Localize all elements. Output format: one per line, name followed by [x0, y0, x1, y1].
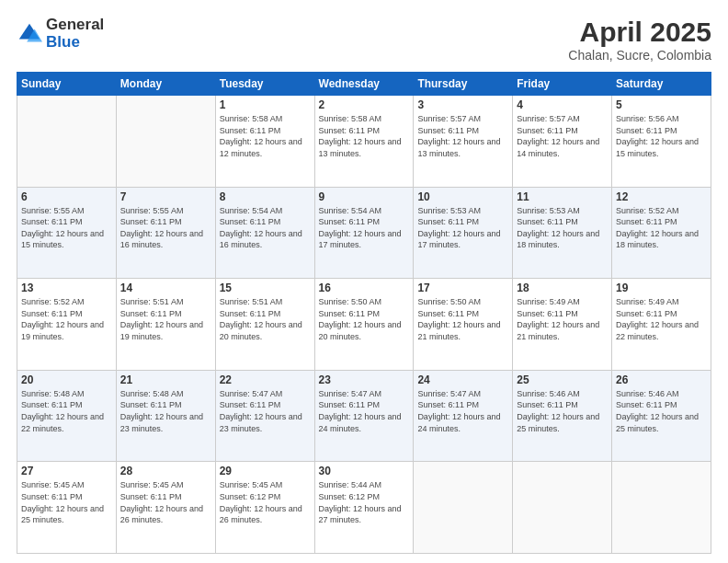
day-info: Sunrise: 5:50 AM Sunset: 6:11 PM Dayligh… [319, 296, 410, 342]
day-number: 21 [120, 373, 211, 386]
day-info: Sunrise: 5:45 AM Sunset: 6:12 PM Dayligh… [220, 479, 311, 525]
day-info: Sunrise: 5:53 AM Sunset: 6:11 PM Dayligh… [517, 205, 608, 251]
table-row: 4Sunrise: 5:57 AM Sunset: 6:11 PM Daylig… [513, 96, 612, 188]
day-number: 18 [517, 282, 608, 294]
logo-text: General Blue [46, 17, 104, 51]
table-row: 19Sunrise: 5:49 AM Sunset: 6:11 PM Dayli… [612, 279, 711, 371]
day-number: 20 [21, 373, 112, 386]
day-info: Sunrise: 5:58 AM Sunset: 6:11 PM Dayligh… [319, 113, 410, 159]
table-row: 13Sunrise: 5:52 AM Sunset: 6:11 PM Dayli… [17, 279, 117, 371]
day-info: Sunrise: 5:45 AM Sunset: 6:11 PM Dayligh… [120, 479, 211, 525]
day-info: Sunrise: 5:54 AM Sunset: 6:11 PM Dayligh… [220, 205, 311, 251]
table-row: 3Sunrise: 5:57 AM Sunset: 6:11 PM Daylig… [414, 96, 513, 188]
day-number: 1 [220, 98, 311, 111]
day-number: 8 [220, 190, 311, 203]
calendar-week-row: 13Sunrise: 5:52 AM Sunset: 6:11 PM Dayli… [17, 279, 711, 371]
day-info: Sunrise: 5:48 AM Sunset: 6:11 PM Dayligh… [120, 388, 211, 434]
day-info: Sunrise: 5:46 AM Sunset: 6:11 PM Dayligh… [517, 388, 608, 434]
table-row: 14Sunrise: 5:51 AM Sunset: 6:11 PM Dayli… [116, 279, 215, 371]
col-friday: Friday [513, 73, 612, 96]
table-row: 1Sunrise: 5:58 AM Sunset: 6:11 PM Daylig… [215, 96, 314, 188]
table-row: 22Sunrise: 5:47 AM Sunset: 6:11 PM Dayli… [215, 370, 314, 462]
table-row: 20Sunrise: 5:48 AM Sunset: 6:11 PM Dayli… [17, 370, 117, 462]
day-number: 22 [220, 373, 311, 386]
table-row: 28Sunrise: 5:45 AM Sunset: 6:11 PM Dayli… [116, 462, 215, 554]
day-number: 4 [517, 98, 608, 111]
table-row [414, 462, 513, 554]
table-row: 2Sunrise: 5:58 AM Sunset: 6:11 PM Daylig… [314, 96, 414, 188]
day-info: Sunrise: 5:52 AM Sunset: 6:11 PM Dayligh… [616, 205, 707, 251]
day-info: Sunrise: 5:49 AM Sunset: 6:11 PM Dayligh… [517, 296, 608, 342]
location: Chalan, Sucre, Colombia [568, 48, 711, 63]
logo-blue: Blue [46, 34, 104, 52]
day-info: Sunrise: 5:58 AM Sunset: 6:11 PM Dayligh… [220, 113, 311, 159]
table-row: 8Sunrise: 5:54 AM Sunset: 6:11 PM Daylig… [215, 187, 314, 279]
table-row [612, 462, 711, 554]
day-number: 25 [517, 373, 608, 386]
page: General Blue April 2025 Chalan, Sucre, C… [0, 0, 728, 563]
day-number: 11 [517, 190, 608, 203]
day-number: 9 [319, 190, 410, 203]
day-info: Sunrise: 5:57 AM Sunset: 6:11 PM Dayligh… [517, 113, 608, 159]
logo: General Blue [17, 17, 104, 51]
table-row: 26Sunrise: 5:46 AM Sunset: 6:11 PM Dayli… [612, 370, 711, 462]
table-row: 11Sunrise: 5:53 AM Sunset: 6:11 PM Dayli… [513, 187, 612, 279]
day-info: Sunrise: 5:47 AM Sunset: 6:11 PM Dayligh… [319, 388, 410, 434]
title-block: April 2025 Chalan, Sucre, Colombia [568, 17, 711, 63]
day-number: 15 [220, 282, 311, 294]
table-row: 21Sunrise: 5:48 AM Sunset: 6:11 PM Dayli… [116, 370, 215, 462]
table-row: 25Sunrise: 5:46 AM Sunset: 6:11 PM Dayli… [513, 370, 612, 462]
day-number: 13 [21, 282, 112, 294]
table-row: 16Sunrise: 5:50 AM Sunset: 6:11 PM Dayli… [314, 279, 414, 371]
day-number: 6 [21, 190, 112, 203]
table-row: 27Sunrise: 5:45 AM Sunset: 6:11 PM Dayli… [17, 462, 117, 554]
table-row: 18Sunrise: 5:49 AM Sunset: 6:11 PM Dayli… [513, 279, 612, 371]
table-row [116, 96, 215, 188]
day-info: Sunrise: 5:55 AM Sunset: 6:11 PM Dayligh… [21, 205, 112, 251]
day-number: 29 [220, 465, 311, 477]
day-number: 23 [319, 373, 410, 386]
table-row: 23Sunrise: 5:47 AM Sunset: 6:11 PM Dayli… [314, 370, 414, 462]
day-number: 12 [616, 190, 707, 203]
day-info: Sunrise: 5:50 AM Sunset: 6:11 PM Dayligh… [417, 296, 508, 342]
calendar: Sunday Monday Tuesday Wednesday Thursday… [17, 72, 711, 554]
col-thursday: Thursday [414, 73, 513, 96]
day-info: Sunrise: 5:53 AM Sunset: 6:11 PM Dayligh… [417, 205, 508, 251]
day-number: 17 [417, 282, 508, 294]
table-row [17, 96, 117, 188]
table-row: 24Sunrise: 5:47 AM Sunset: 6:11 PM Dayli… [414, 370, 513, 462]
table-row: 29Sunrise: 5:45 AM Sunset: 6:12 PM Dayli… [215, 462, 314, 554]
day-number: 5 [616, 98, 707, 111]
calendar-header-row: Sunday Monday Tuesday Wednesday Thursday… [17, 73, 711, 96]
day-number: 30 [319, 465, 410, 477]
day-info: Sunrise: 5:55 AM Sunset: 6:11 PM Dayligh… [120, 205, 211, 251]
table-row: 5Sunrise: 5:56 AM Sunset: 6:11 PM Daylig… [612, 96, 711, 188]
day-number: 14 [120, 282, 211, 294]
table-row: 12Sunrise: 5:52 AM Sunset: 6:11 PM Dayli… [612, 187, 711, 279]
table-row: 6Sunrise: 5:55 AM Sunset: 6:11 PM Daylig… [17, 187, 117, 279]
day-info: Sunrise: 5:56 AM Sunset: 6:11 PM Dayligh… [616, 113, 707, 159]
day-number: 28 [120, 465, 211, 477]
header: General Blue April 2025 Chalan, Sucre, C… [17, 17, 711, 63]
col-sunday: Sunday [17, 73, 117, 96]
table-row: 10Sunrise: 5:53 AM Sunset: 6:11 PM Dayli… [414, 187, 513, 279]
col-monday: Monday [116, 73, 215, 96]
calendar-week-row: 1Sunrise: 5:58 AM Sunset: 6:11 PM Daylig… [17, 96, 711, 188]
table-row: 30Sunrise: 5:44 AM Sunset: 6:12 PM Dayli… [314, 462, 414, 554]
day-info: Sunrise: 5:47 AM Sunset: 6:11 PM Dayligh… [220, 388, 311, 434]
day-info: Sunrise: 5:51 AM Sunset: 6:11 PM Dayligh… [120, 296, 211, 342]
calendar-week-row: 6Sunrise: 5:55 AM Sunset: 6:11 PM Daylig… [17, 187, 711, 279]
day-info: Sunrise: 5:52 AM Sunset: 6:11 PM Dayligh… [21, 296, 112, 342]
table-row: 7Sunrise: 5:55 AM Sunset: 6:11 PM Daylig… [116, 187, 215, 279]
day-info: Sunrise: 5:57 AM Sunset: 6:11 PM Dayligh… [417, 113, 508, 159]
table-row: 15Sunrise: 5:51 AM Sunset: 6:11 PM Dayli… [215, 279, 314, 371]
day-number: 26 [616, 373, 707, 386]
table-row [513, 462, 612, 554]
day-info: Sunrise: 5:51 AM Sunset: 6:11 PM Dayligh… [220, 296, 311, 342]
day-info: Sunrise: 5:48 AM Sunset: 6:11 PM Dayligh… [21, 388, 112, 434]
col-tuesday: Tuesday [215, 73, 314, 96]
month-title: April 2025 [568, 17, 711, 48]
day-number: 3 [417, 98, 508, 111]
table-row: 17Sunrise: 5:50 AM Sunset: 6:11 PM Dayli… [414, 279, 513, 371]
calendar-week-row: 20Sunrise: 5:48 AM Sunset: 6:11 PM Dayli… [17, 370, 711, 462]
